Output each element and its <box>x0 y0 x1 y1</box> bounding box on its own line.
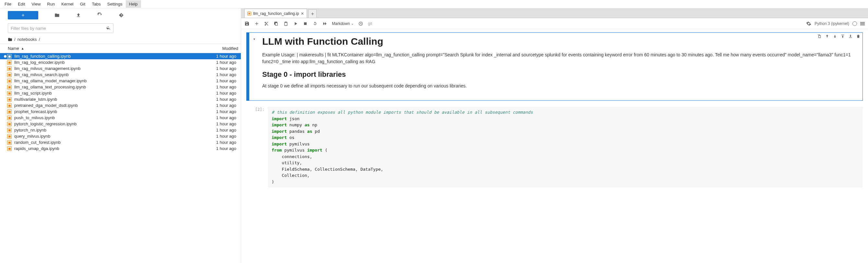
notebook-icon: ▣ <box>7 109 12 114</box>
run-all-icon[interactable] <box>322 21 328 26</box>
breadcrumb-sep: / <box>39 37 40 42</box>
paste-icon[interactable] <box>283 21 288 26</box>
stop-icon[interactable] <box>303 21 308 26</box>
running-dot-icon <box>4 55 6 58</box>
git-label: git <box>368 21 372 26</box>
notebook-icon: ▣ <box>7 54 12 59</box>
menu-git[interactable]: Git <box>77 0 89 8</box>
notebook-icon: ▣ <box>7 122 12 126</box>
tab-notebook[interactable]: ▣ llm_rag_function_calling.ip ✕ <box>244 9 307 18</box>
delete-icon[interactable] <box>856 34 861 38</box>
tab-label: llm_rag_function_calling.ip <box>253 11 299 16</box>
header-name-col[interactable]: Name ▲ <box>0 44 202 53</box>
running-dot-icon <box>4 67 6 70</box>
insert-below-icon[interactable] <box>848 34 853 38</box>
file-row[interactable]: ▣llm_rag_function_calling.ipynb1 hour ag… <box>0 53 241 59</box>
save-icon[interactable] <box>244 21 250 26</box>
clock-icon[interactable] <box>358 21 363 26</box>
refresh-icon[interactable] <box>97 13 102 18</box>
move-up-icon[interactable] <box>825 34 830 38</box>
git-icon[interactable] <box>119 13 124 18</box>
header-modified-col[interactable]: Modified <box>202 44 241 53</box>
running-dot-icon <box>4 104 6 107</box>
new-launcher-button[interactable] <box>8 11 38 20</box>
menu-view[interactable]: View <box>28 0 44 8</box>
notebook-icon: ▣ <box>7 79 12 83</box>
running-dot-icon <box>4 135 6 138</box>
menu-settings[interactable]: Settings <box>104 0 126 8</box>
file-name: push_to_milvus.ipynb <box>14 115 200 120</box>
sidebar-toolbar <box>0 8 241 22</box>
file-row[interactable]: ▣rapids_umap_dga.ipynb1 hour ago <box>0 145 241 152</box>
file-row[interactable]: ▣random_cut_forest.ipynb1 hour ago <box>0 139 241 145</box>
insert-cell-icon[interactable] <box>254 21 259 26</box>
notebook-icon: ▣ <box>7 85 12 89</box>
kernel-idle-icon <box>852 21 857 26</box>
breadcrumb-root[interactable]: / <box>14 37 16 42</box>
notebook-icon: ▣ <box>247 12 251 15</box>
file-row[interactable]: ▣pytorch_nn.ipynb1 hour ago <box>0 127 241 133</box>
file-row[interactable]: ▣prophet_forecast.ipynb1 hour ago <box>0 108 241 114</box>
md-heading-1: LLM with Function Calling <box>262 36 855 47</box>
menu-edit[interactable]: Edit <box>14 0 28 8</box>
code-cell[interactable]: [2]: # this definition exposes all pytho… <box>246 106 863 188</box>
file-modified: 1 hour ago <box>200 103 239 108</box>
file-modified: 1 hour ago <box>200 78 239 83</box>
menubar: FileEditViewRunKernelGitTabsSettingsHelp <box>0 0 868 8</box>
file-row[interactable]: ▣llm_rag_log_encoder.ipynb1 hour ago <box>0 59 241 65</box>
close-icon[interactable]: ✕ <box>301 11 304 16</box>
run-icon[interactable] <box>293 21 298 26</box>
copy-icon[interactable] <box>274 21 279 26</box>
move-down-icon[interactable] <box>833 34 837 38</box>
md-paragraph: Example Usage: | makeresults | fit MLTKC… <box>262 52 855 65</box>
file-row[interactable]: ▣pytorch_logistic_regression.ipynb1 hour… <box>0 121 241 127</box>
code-body[interactable]: # this definition exposes all python mod… <box>268 106 863 188</box>
file-modified: 1 hour ago <box>200 146 239 151</box>
running-dot-icon <box>4 86 6 89</box>
filter-files-input[interactable] <box>8 23 114 33</box>
markdown-body: LLM with Function Calling Example Usage:… <box>259 33 863 100</box>
toc-icon[interactable] <box>860 22 865 25</box>
file-row[interactable]: ▣llm_rag_script.ipynb1 hour ago <box>0 90 241 96</box>
file-row[interactable]: ▣llm_rag_milvus_search.ipynb1 hour ago <box>0 72 241 78</box>
file-modified: 1 hour ago <box>200 72 239 77</box>
menu-kernel[interactable]: Kernel <box>58 0 77 8</box>
cell-collapser-icon[interactable]: ▾ <box>249 33 259 100</box>
file-name: random_cut_forest.ipynb <box>14 140 200 145</box>
file-modified: 1 hour ago <box>200 97 239 102</box>
kernel-settings-icon[interactable] <box>806 21 811 26</box>
file-row[interactable]: ▣query_milvus.ipynb1 hour ago <box>0 133 241 139</box>
duplicate-icon[interactable] <box>817 34 822 38</box>
file-row[interactable]: ▣push_to_milvus.ipynb1 hour ago <box>0 114 241 121</box>
restart-icon[interactable] <box>312 21 318 26</box>
file-row[interactable]: ▣multivariate_lstm.ipynb1 hour ago <box>0 96 241 102</box>
cell-type-select[interactable]: Markdown ⌄ <box>332 21 353 26</box>
notebook-toolbar: Markdown ⌄ git Python 3 (ipykernel) <box>241 18 868 29</box>
breadcrumb[interactable]: / notebooks / <box>0 36 241 44</box>
markdown-cell[interactable]: ▾ LLM with Function Calling Example Usag… <box>246 32 863 101</box>
menu-help[interactable]: Help <box>126 0 141 8</box>
add-tab-button[interactable]: + <box>308 9 317 18</box>
cut-icon[interactable] <box>264 21 269 26</box>
breadcrumb-folder[interactable]: notebooks <box>18 37 37 42</box>
menu-tabs[interactable]: Tabs <box>89 0 104 8</box>
folder-icon <box>8 37 12 42</box>
menu-file[interactable]: File <box>1 0 14 8</box>
running-dot-icon <box>4 129 6 131</box>
file-row[interactable]: ▣llm_rag_milvus_management.ipynb1 hour a… <box>0 65 241 72</box>
file-row[interactable]: ▣llm_rag_ollama_model_manager.ipynb1 hou… <box>0 78 241 84</box>
upload-icon[interactable] <box>76 13 81 18</box>
menu-run[interactable]: Run <box>44 0 58 8</box>
insert-above-icon[interactable] <box>840 34 845 38</box>
notebook-area[interactable]: ▾ LLM with Function Calling Example Usag… <box>241 29 868 263</box>
kernel-name[interactable]: Python 3 (ipykernel) <box>814 21 849 26</box>
file-name: llm_rag_function_calling.ipynb <box>14 54 200 59</box>
file-row[interactable]: ▣llm_rag_ollama_text_processing.ipynb1 h… <box>0 84 241 90</box>
file-name: prophet_forecast.ipynb <box>14 109 200 114</box>
chevron-down-icon: ⌄ <box>351 22 353 25</box>
notebook-icon: ▣ <box>7 146 12 151</box>
file-browser-sidebar: / notebooks / Name ▲ Modified ▣llm_rag_f… <box>0 8 241 263</box>
file-row[interactable]: ▣pretrained_dga_model_dsdl.ipynb1 hour a… <box>0 102 241 108</box>
tab-bar: ▣ llm_rag_function_calling.ip ✕ + <box>241 8 868 18</box>
new-folder-icon[interactable] <box>55 13 60 18</box>
